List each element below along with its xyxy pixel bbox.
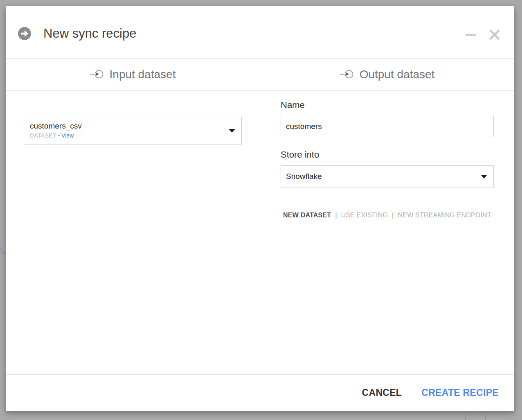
input-dataset-subline: DATASET - View [30,132,225,139]
minimize-icon[interactable] [466,29,476,40]
background-box-fragment [465,414,486,420]
dataset-subline-separator: - [58,132,60,139]
modal-body: customers_csv DATASET - View Name Store … [6,91,514,374]
name-label: Name [281,100,494,111]
tab-separator: | [392,211,394,219]
modal-backdrop: s_ New sync recipe [0,0,522,420]
store-into-select[interactable]: Snowflake [281,165,494,187]
caret-down-icon [229,129,235,133]
view-dataset-link[interactable]: View [61,132,74,139]
input-dataset-column: customers_csv DATASET - View [6,91,260,374]
modal-footer: CANCEL CREATE RECIPE [6,374,514,411]
tab-separator: | [335,211,337,219]
create-recipe-button[interactable]: CREATE RECIPE [421,387,499,398]
new-sync-recipe-modal: New sync recipe [6,6,514,411]
output-dataset-header-label: Output dataset [360,68,435,81]
store-into-label: Store into [281,149,494,160]
cancel-button[interactable]: CANCEL [362,387,402,398]
output-mode-tabs: NEW DATASET | USE EXISTING | NEW STREAMI… [281,211,494,219]
columns-header: Input dataset Output dataset [6,59,514,91]
input-dataset-header: Input dataset [6,59,260,90]
window-controls [466,29,500,40]
dataset-type-label: DATASET [30,132,56,139]
output-dataset-column: Name Store into Snowflake NEW DATASET | … [260,91,514,374]
tab-new-streaming-endpoint[interactable]: NEW STREAMING ENDPOINT [398,212,491,219]
arrow-into-circle-icon [90,69,104,82]
tab-use-existing[interactable]: USE EXISTING [341,212,388,219]
store-into-selected-value: Snowflake [286,172,322,181]
close-icon[interactable] [489,29,500,40]
tab-new-dataset[interactable]: NEW DATASET [283,212,331,219]
input-dataset-name: customers_csv [30,122,225,131]
sync-recipe-icon [18,27,31,40]
output-dataset-header: Output dataset [260,59,514,90]
modal-title: New sync recipe [43,26,466,41]
input-dataset-selector[interactable]: customers_csv DATASET - View [24,117,242,145]
arrow-into-circle-icon [340,69,354,82]
modal-header: New sync recipe [6,6,514,59]
output-name-input[interactable] [281,116,494,137]
caret-down-icon [481,175,487,178]
input-dataset-header-label: Input dataset [110,68,176,81]
